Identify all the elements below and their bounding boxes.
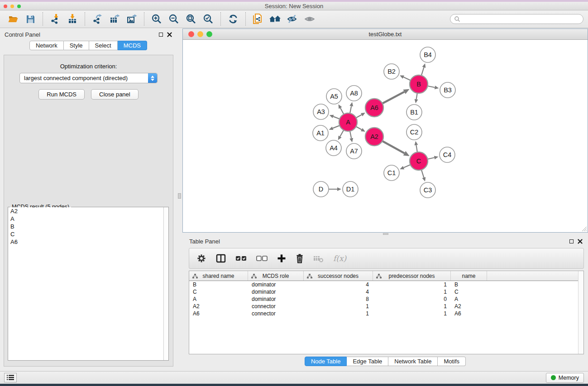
import-network-from-file-button[interactable] — [47, 11, 64, 27]
tab-mcds[interactable]: MCDS — [118, 41, 147, 50]
search-input[interactable] — [460, 16, 583, 22]
mcds-result-item[interactable]: A2 — [8, 207, 168, 215]
node-A6[interactable]: A6 — [365, 99, 383, 117]
close-table-panel-icon[interactable] — [578, 239, 583, 244]
hide-graphics-details-button[interactable] — [284, 11, 301, 27]
splitter-grip[interactable] — [383, 233, 388, 235]
node-D[interactable]: D — [313, 181, 329, 197]
mcds-result-item[interactable]: B — [8, 223, 168, 230]
resize-grip-icon[interactable] — [581, 226, 587, 232]
open-session-button[interactable] — [5, 11, 22, 27]
node-C3[interactable]: C3 — [420, 182, 435, 198]
node-B[interactable]: B — [410, 75, 428, 93]
network-close-button[interactable] — [188, 31, 194, 37]
minimize-window-button[interactable] — [10, 5, 14, 8]
delete-table-button[interactable] — [313, 254, 324, 263]
table-row[interactable]: Adominator80A — [189, 295, 583, 303]
task-history-button[interactable] — [4, 373, 17, 382]
delete-column-button[interactable] — [295, 253, 304, 263]
node-A2[interactable]: A2 — [365, 128, 383, 146]
network-maximize-button[interactable] — [206, 31, 212, 37]
network-window-titlebar: testGlobe.txt — [183, 29, 588, 40]
table-scrollbar[interactable] — [578, 271, 583, 354]
close-panel-icon[interactable] — [167, 32, 172, 37]
mcds-result-item[interactable]: C — [8, 230, 168, 238]
network-graph[interactable]: B4B2BB3A5A8A6A3B1AC2A1A2A4A7C4CC1DD1C3 — [183, 40, 588, 232]
column-header-predecessor-nodes[interactable]: predecessor nodes — [373, 271, 451, 281]
float-panel-icon[interactable] — [159, 33, 163, 37]
node-D1[interactable]: D1 — [343, 181, 358, 197]
function-builder-button[interactable]: f(x) — [333, 254, 346, 263]
mcds-panel: Optimization criterion: largest connecte… — [4, 55, 173, 367]
column-header-name[interactable]: name — [451, 271, 487, 281]
refresh-button[interactable] — [225, 11, 242, 27]
table-row[interactable]: Bdominator41B — [189, 281, 583, 288]
node-A4[interactable]: A4 — [326, 140, 341, 156]
column-header-successor-nodes[interactable]: successor nodes — [304, 271, 373, 281]
application-window: Session: New Session — [0, 0, 588, 386]
node-B4[interactable]: B4 — [420, 47, 435, 62]
vertical-splitter[interactable] — [177, 28, 182, 371]
tab-select[interactable]: Select — [89, 41, 118, 50]
zoom-window-button[interactable] — [17, 5, 21, 8]
create-column-button[interactable] — [277, 254, 286, 263]
tab-network[interactable]: Network — [29, 41, 64, 50]
memory-button[interactable]: Memory — [546, 373, 584, 383]
zoom-selected-button[interactable] — [200, 11, 217, 27]
table-row[interactable]: A6connector11A6 — [189, 310, 583, 317]
table-cell: 1 — [304, 310, 373, 317]
optimization-criterion-dropdown[interactable]: largest connected component (directed) — [19, 73, 158, 83]
table-tab-motifs[interactable]: Motifs — [438, 357, 466, 366]
node-A8[interactable]: A8 — [346, 86, 362, 101]
mcds-result-item[interactable]: A6 — [8, 238, 168, 246]
zoom-out-button[interactable] — [165, 11, 182, 27]
table-tab-edge-table[interactable]: Edge Table — [347, 357, 388, 366]
node-A3[interactable]: A3 — [313, 104, 329, 119]
column-selector-button[interactable] — [215, 253, 226, 263]
node-B2[interactable]: B2 — [384, 64, 399, 79]
network-canvas[interactable]: B4B2BB3A5A8A6A3B1AC2A1A2A4A7C4CC1DD1C3 — [183, 40, 588, 232]
run-mcds-button[interactable]: Run MCDS — [38, 89, 85, 100]
save-session-button[interactable] — [22, 11, 39, 27]
node-C4[interactable]: C4 — [440, 147, 455, 162]
close-window-button[interactable] — [4, 5, 7, 8]
node-C[interactable]: C — [410, 152, 428, 170]
node-C2[interactable]: C2 — [406, 124, 422, 140]
table-tab-node-table[interactable]: Node Table — [305, 357, 347, 366]
search-field[interactable] — [450, 14, 583, 24]
new-network-button[interactable] — [249, 11, 267, 27]
tree-column-icon — [192, 274, 198, 279]
tab-style[interactable]: Style — [64, 41, 89, 50]
node-A[interactable]: A — [339, 113, 357, 131]
node-B3[interactable]: B3 — [440, 82, 455, 98]
splitter-grip[interactable] — [178, 193, 181, 199]
export-image-button[interactable] — [123, 11, 140, 27]
result-list-scrollbar[interactable] — [163, 207, 168, 360]
node-A1[interactable]: A1 — [313, 125, 328, 141]
zoom-fit-button[interactable] — [182, 11, 200, 27]
close-panel-button[interactable]: Close panel — [91, 89, 139, 100]
table-row[interactable]: A2connector11A2 — [189, 303, 583, 310]
table-tab-network-table[interactable]: Network Table — [388, 357, 438, 366]
node-A5[interactable]: A5 — [326, 89, 342, 104]
column-header-MCDS-role[interactable]: MCDS role — [248, 271, 304, 281]
column-header-shared-name[interactable]: shared name — [189, 271, 248, 281]
table-settings-button[interactable] — [196, 253, 206, 263]
node-B1[interactable]: B1 — [406, 105, 422, 120]
deselect-all-columns-button[interactable] — [256, 255, 268, 262]
select-all-columns-button[interactable] — [235, 255, 247, 262]
network-minimize-button[interactable] — [197, 31, 203, 37]
export-table-button[interactable] — [106, 11, 123, 27]
float-table-panel-icon[interactable] — [569, 239, 574, 243]
node-C1[interactable]: C1 — [384, 165, 399, 181]
mcds-result-item[interactable]: A — [8, 215, 168, 223]
table-row[interactable]: Cdominator41C — [189, 288, 583, 295]
home-button[interactable] — [267, 11, 284, 27]
export-network-button[interactable] — [89, 11, 106, 27]
zoom-in-button[interactable] — [148, 11, 165, 27]
table-cell: 8 — [304, 296, 373, 302]
import-table-from-file-button[interactable] — [64, 11, 81, 27]
mcds-result-list[interactable]: A2ABCA6 — [8, 207, 168, 360]
node-A7[interactable]: A7 — [346, 143, 362, 159]
show-eye-button[interactable] — [301, 11, 318, 27]
